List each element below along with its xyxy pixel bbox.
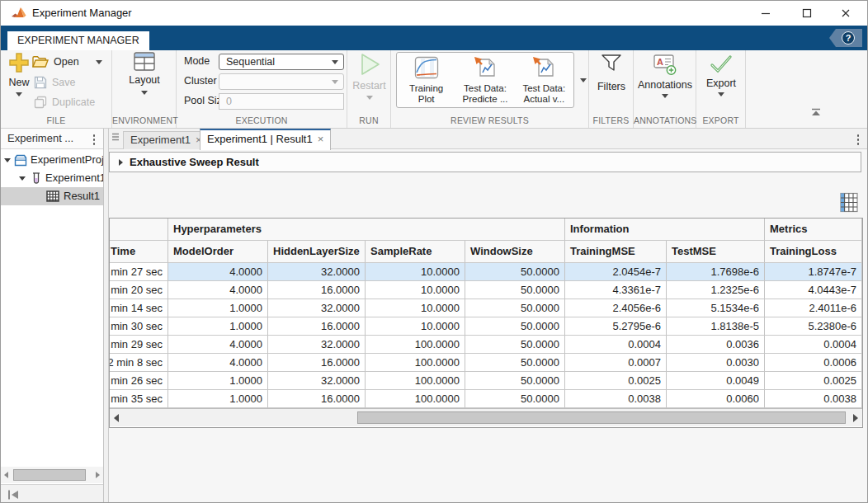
close-button[interactable] bbox=[828, 1, 864, 26]
scroll-left-icon[interactable] bbox=[4, 472, 8, 478]
table-cell[interactable]: 0.0060 bbox=[667, 390, 765, 408]
table-cell[interactable]: 50.0000 bbox=[465, 281, 565, 299]
help-button[interactable]: ? bbox=[829, 29, 862, 47]
annotations-button[interactable]: A Annotations bbox=[634, 53, 696, 98]
column-header-trainingloss[interactable]: TrainingLoss bbox=[765, 241, 862, 263]
tab-experiment1[interactable]: Experiment1× bbox=[123, 131, 210, 149]
table-cell[interactable]: 100.0000 bbox=[366, 372, 465, 390]
column-header-trainingmse[interactable]: TrainingMSE bbox=[565, 241, 667, 263]
exhaustive-sweep-header[interactable]: Exhaustive Sweep Result bbox=[109, 152, 861, 172]
table-cell[interactable]: 50.0000 bbox=[465, 263, 565, 281]
table-cell[interactable]: 1.0000 bbox=[168, 299, 268, 317]
table-cell[interactable]: 0.0025 bbox=[565, 372, 667, 390]
table-cell[interactable]: 10.0000 bbox=[366, 263, 465, 281]
table-horizontal-scrollbar[interactable] bbox=[110, 408, 862, 426]
table-cell[interactable]: 0.0049 bbox=[667, 372, 765, 390]
open-button[interactable]: Open bbox=[32, 55, 102, 68]
gallery-expand-button[interactable] bbox=[578, 52, 588, 108]
table-cell[interactable]: 16.0000 bbox=[268, 354, 366, 372]
tree-item-result1[interactable]: Result1 bbox=[1, 187, 103, 205]
table-cell[interactable]: 100.0000 bbox=[366, 390, 465, 408]
browser-menu-icon[interactable] bbox=[93, 134, 96, 145]
table-cell[interactable]: 50.0000 bbox=[465, 372, 565, 390]
table-cell[interactable]: 32.0000 bbox=[268, 263, 366, 281]
table-cell[interactable]: 50.0000 bbox=[465, 336, 565, 354]
duplicate-button[interactable]: Duplicate bbox=[34, 96, 95, 109]
column-header-testmse[interactable]: TestMSE bbox=[667, 241, 765, 263]
restart-button[interactable]: Restart bbox=[347, 52, 391, 100]
table-cell[interactable]: 4.0000 bbox=[168, 336, 268, 354]
table-row[interactable]: 0 min 14 sec1.000032.000010.000050.00002… bbox=[110, 299, 862, 317]
table-cell[interactable]: 5.2795e-6 bbox=[565, 317, 667, 336]
table-cell[interactable]: 0 min 30 sec bbox=[110, 317, 168, 336]
table-cell[interactable]: 0 min 20 sec bbox=[110, 281, 168, 299]
column-header-hiddenlayersize[interactable]: HiddenLayerSize bbox=[268, 241, 366, 263]
table-cell[interactable]: 4.0000 bbox=[168, 354, 268, 372]
table-cell[interactable]: 1.0000 bbox=[168, 317, 268, 336]
filters-button[interactable]: Filters bbox=[589, 53, 634, 92]
collapse-panel-icon[interactable] bbox=[7, 489, 21, 501]
table-cell[interactable]: 4.0000 bbox=[168, 281, 268, 299]
minimize-button[interactable] bbox=[748, 1, 784, 26]
table-cell[interactable]: 50.0000 bbox=[465, 354, 565, 372]
table-row[interactable]: 2 min 8 sec4.000016.0000100.000050.00000… bbox=[110, 354, 862, 372]
table-cell[interactable]: 2.4011e-6 bbox=[765, 299, 862, 317]
table-cell[interactable]: 100.0000 bbox=[366, 336, 465, 354]
table-cell[interactable]: 16.0000 bbox=[268, 317, 366, 336]
table-cell[interactable]: 50.0000 bbox=[465, 299, 565, 317]
table-cell[interactable]: 50.0000 bbox=[465, 317, 565, 336]
table-options-button[interactable] bbox=[840, 192, 858, 216]
layout-dropdown-icon[interactable] bbox=[141, 91, 148, 95]
column-header-modelorder[interactable]: ModelOrder bbox=[168, 241, 268, 263]
save-button[interactable]: Save bbox=[34, 76, 76, 89]
table-cell[interactable]: 0.0036 bbox=[667, 336, 765, 354]
table-row[interactable]: 1 min 26 sec1.000032.0000100.000050.0000… bbox=[110, 372, 862, 390]
table-cell[interactable]: 50.0000 bbox=[465, 390, 565, 408]
scroll-right-icon[interactable] bbox=[96, 472, 100, 478]
table-row[interactable]: 0 min 27 sec4.000032.000010.000050.00002… bbox=[110, 263, 862, 281]
column-header-time[interactable]: Time bbox=[110, 241, 168, 263]
table-cell[interactable]: 1.8138e-5 bbox=[667, 317, 765, 336]
table-cell[interactable]: 1.2325e-6 bbox=[667, 281, 765, 299]
table-cell[interactable]: 4.3361e-7 bbox=[565, 281, 667, 299]
tab-close-icon[interactable]: × bbox=[318, 133, 324, 145]
table-cell[interactable]: 1 min 26 sec bbox=[110, 372, 168, 390]
table-cell[interactable]: 16.0000 bbox=[268, 390, 366, 408]
ribbon-tab-experiment-manager[interactable]: EXPERIMENT MANAGER bbox=[7, 31, 149, 50]
table-cell[interactable]: 5.1534e-6 bbox=[667, 299, 765, 317]
open-dropdown-icon[interactable] bbox=[96, 60, 102, 64]
table-cell[interactable]: 100.0000 bbox=[366, 354, 465, 372]
collapse-ribbon-button[interactable] bbox=[811, 105, 821, 120]
table-cell[interactable]: 1.8747e-7 bbox=[765, 263, 862, 281]
training-plot-button[interactable]: Training Plot bbox=[397, 53, 455, 107]
expand-arrow-icon[interactable] bbox=[19, 176, 26, 181]
table-cell[interactable]: 2 min 29 sec bbox=[110, 336, 168, 354]
table-row[interactable]: 0 min 20 sec4.000016.000010.000050.00004… bbox=[110, 281, 862, 299]
export-dropdown-icon[interactable] bbox=[718, 92, 724, 96]
table-cell[interactable]: 10.0000 bbox=[366, 281, 465, 299]
column-header-windowsize[interactable]: WindowSize bbox=[465, 241, 565, 263]
table-cell[interactable]: 32.0000 bbox=[268, 372, 366, 390]
table-cell[interactable]: 0.0006 bbox=[765, 354, 862, 372]
scroll-left-icon[interactable] bbox=[114, 414, 119, 422]
table-cell[interactable]: 5.2380e-6 bbox=[765, 317, 862, 336]
table-cell[interactable]: 0.0007 bbox=[565, 354, 667, 372]
export-button[interactable]: Export bbox=[696, 54, 746, 96]
table-cell[interactable]: 16.0000 bbox=[268, 281, 366, 299]
table-cell[interactable]: 0.0025 bbox=[765, 372, 862, 390]
layout-button[interactable]: Layout bbox=[112, 52, 177, 95]
new-dropdown-icon[interactable] bbox=[16, 92, 22, 96]
table-cell[interactable]: 1.0000 bbox=[168, 390, 268, 408]
maximize-button[interactable] bbox=[789, 1, 825, 26]
table-cell[interactable]: 0 min 27 sec bbox=[110, 263, 168, 281]
table-cell[interactable]: 10.0000 bbox=[366, 317, 465, 336]
table-cell[interactable]: 4.0443e-7 bbox=[765, 281, 862, 299]
new-button[interactable]: New bbox=[6, 52, 32, 96]
tab-bar-grip-icon[interactable] bbox=[111, 133, 120, 142]
table-cell[interactable]: 0.0004 bbox=[765, 336, 862, 354]
table-cell[interactable]: 10.0000 bbox=[366, 299, 465, 317]
table-cell[interactable]: 0.0030 bbox=[667, 354, 765, 372]
table-row[interactable]: 0 min 30 sec1.000016.000010.000050.00005… bbox=[110, 317, 862, 336]
test-data-predicted-button[interactable]: Test Data: Predicte ... bbox=[455, 53, 514, 107]
scrollbar-thumb[interactable] bbox=[357, 411, 846, 424]
